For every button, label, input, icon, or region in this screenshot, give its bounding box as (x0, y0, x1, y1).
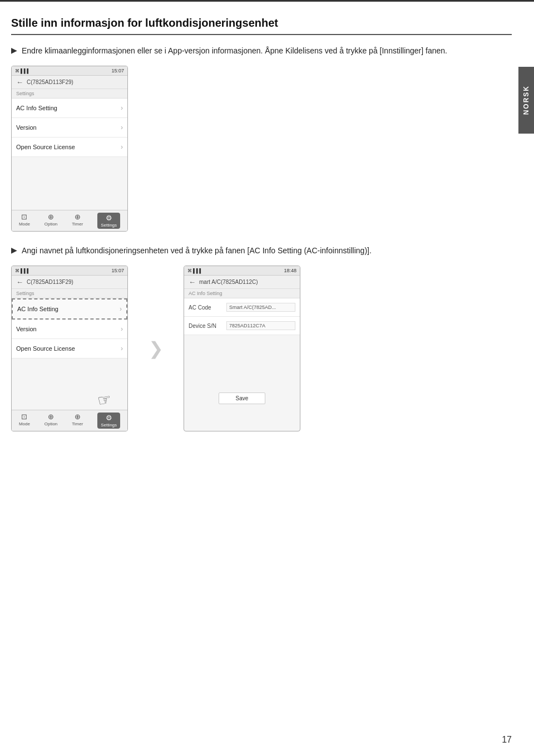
toolbar-settings-2[interactable]: ⚙ Settings (97, 413, 120, 429)
nav-bar-2: ← C(7825AD113F29) (12, 276, 127, 289)
back-arrow-2: ← (16, 278, 23, 286)
field-value-device-sn: 7825AD112C7A (226, 321, 295, 330)
phone-body-3: AC Code Smart A/C(7825AD... Device S/N 7… (184, 298, 300, 410)
section-label-3: AC Info Setting (184, 289, 300, 298)
nav-bar-1: ← C(7825AD113F29) (12, 76, 127, 89)
bullet-row-1: ▶ Endre klimaanlegginformasjonen eller s… (11, 45, 512, 57)
wifi-icon-2: ⌘ (15, 268, 19, 273)
settings-label-2: Settings (101, 423, 117, 428)
toolbar-mode-2[interactable]: ⊡ Mode (19, 413, 30, 429)
time-1: 15:07 (111, 68, 124, 73)
chevron-version-2: › (121, 325, 123, 333)
settings-label: Settings (101, 223, 117, 228)
status-icons-3: ⌘ ▌▌▌ (187, 268, 202, 273)
menu-label-license: Open Source License (16, 144, 75, 150)
phone-left-wrapper: ⌘ ▌▌▌ 15:07 ← C(7825AD113F29) Settings A… (11, 266, 128, 431)
bullet-arrow-1: ▶ (11, 46, 17, 55)
status-icons-2: ⌘ ▌▌▌ (15, 268, 30, 273)
chevron-version: › (121, 124, 123, 131)
chevron-license-2: › (121, 345, 123, 352)
chevron-ac-info-2: › (120, 305, 122, 313)
status-bar-3: ⌘ ▌▌▌ 18:48 (184, 266, 300, 276)
device-id-1: C(7825AD113F29) (27, 79, 73, 85)
option-icon-2: ⊕ (48, 413, 54, 421)
toolbar-settings[interactable]: ⚙ Settings (97, 213, 120, 229)
wifi-icon-3: ⌘ (187, 268, 192, 273)
device-id-3: mart A/C(7825AD112C) (199, 279, 258, 285)
menu-label-ac-info: AC Info Setting (16, 105, 57, 111)
menu-label-version: Version (16, 124, 37, 131)
signal-icon-2: ▌▌▌ (21, 268, 30, 273)
save-button[interactable]: Save (219, 392, 266, 404)
wifi-icon: ⌘ (15, 68, 19, 73)
toolbar-1: ⊡ Mode ⊕ Option ⊕ Timer ⚙ Settings (12, 210, 127, 231)
nav-bar-3: ← mart A/C(7825AD112C) (184, 276, 300, 289)
back-arrow-3: ← (189, 278, 196, 286)
phone-screen-1-container: ⌘ ▌▌▌ 15:07 ← C(7825AD113F29) Settings A… (11, 66, 512, 232)
mode-icon: ⊡ (21, 213, 27, 221)
option-label: Option (44, 222, 58, 227)
arrow-symbol: ❯ (149, 338, 164, 359)
back-arrow-1: ← (16, 78, 23, 86)
field-label-ac-code: AC Code (189, 305, 222, 311)
chevron-ac-info: › (121, 104, 123, 112)
timer-icon-2: ⊕ (75, 413, 81, 421)
save-button-row: Save (184, 387, 300, 410)
bullet-text-2: Angi navnet på luftkondisjoneringsenhete… (22, 245, 372, 257)
phone-screen-3: ⌘ ▌▌▌ 18:48 ← mart A/C(7825AD112C) AC In… (184, 266, 300, 431)
status-bar-2: ⌘ ▌▌▌ 15:07 (12, 266, 127, 276)
section-label-1: Settings (12, 89, 127, 99)
menu-label-version-2: Version (16, 326, 37, 332)
menu-item-version-2[interactable]: Version › (12, 320, 127, 339)
menu-item-ac-info[interactable]: AC Info Setting › (12, 99, 127, 118)
status-bar-1: ⌘ ▌▌▌ 15:07 (12, 66, 127, 76)
settings-icon: ⚙ (106, 214, 112, 222)
mode-label: Mode (19, 222, 30, 227)
menu-item-version[interactable]: Version › (12, 118, 127, 138)
spacer-1 (12, 157, 127, 210)
phone-body-1: AC Info Setting › Version › Open Source … (12, 99, 127, 210)
field-label-device-sn: Device S/N (189, 323, 222, 329)
phone-screen-1: ⌘ ▌▌▌ 15:07 ← C(7825AD113F29) Settings A… (11, 66, 128, 232)
section-title: Stille inn informasjon for luftkondisjon… (11, 17, 512, 35)
time-3: 18:48 (284, 268, 296, 273)
toolbar-2: ⊡ Mode ⊕ Option ⊕ Timer ⚙ Settings (12, 410, 127, 431)
bullet-row-2: ▶ Angi navnet på luftkondisjoneringsenhe… (11, 245, 512, 257)
field-row-ac-code: AC Code Smart A/C(7825AD... (184, 298, 300, 317)
menu-label-ac-info-2: AC Info Setting (17, 306, 58, 312)
signal-icon: ▌▌▌ (21, 68, 30, 73)
menu-item-license[interactable]: Open Source License › (12, 138, 127, 157)
toolbar-option-2[interactable]: ⊕ Option (44, 413, 58, 429)
option-icon: ⊕ (48, 213, 54, 221)
between-arrow: ❯ (145, 266, 167, 431)
menu-item-license-2[interactable]: Open Source License › (12, 339, 127, 359)
timer-label-2: Timer (72, 421, 83, 426)
bullet-arrow-2: ▶ (11, 246, 17, 254)
mode-icon-2: ⊡ (21, 413, 27, 421)
signal-icon-3: ▌▌▌ (193, 268, 202, 273)
section-label-2: Settings (12, 289, 127, 298)
page-number: 17 (502, 735, 512, 745)
chevron-license: › (121, 143, 123, 151)
toolbar-mode[interactable]: ⊡ Mode (19, 213, 30, 229)
main-content: Stille inn informasjon for luftkondisjon… (0, 0, 534, 467)
menu-label-license-2: Open Source License (16, 345, 75, 352)
toolbar-option[interactable]: ⊕ Option (44, 213, 58, 229)
bullet-text-1: Endre klimaanlegginformasjonen eller se … (22, 45, 447, 57)
field-value-ac-code: Smart A/C(7825AD... (226, 303, 295, 312)
settings-icon-2: ⚙ (106, 414, 112, 422)
spacer-3 (184, 335, 300, 376)
time-2: 15:07 (111, 268, 124, 273)
mode-label-2: Mode (19, 421, 30, 426)
toolbar-timer-2[interactable]: ⊕ Timer (72, 413, 83, 429)
timer-label: Timer (72, 222, 83, 227)
toolbar-timer[interactable]: ⊕ Timer (72, 213, 83, 229)
status-icons-1: ⌘ ▌▌▌ (15, 68, 30, 73)
phone-pair-container: ⌘ ▌▌▌ 15:07 ← C(7825AD113F29) Settings A… (11, 266, 512, 431)
timer-icon: ⊕ (75, 213, 81, 221)
menu-item-ac-info-2[interactable]: AC Info Setting › (12, 298, 127, 320)
field-row-device-sn: Device S/N 7825AD112C7A (184, 317, 300, 335)
option-label-2: Option (44, 421, 58, 426)
device-id-2: C(7825AD113F29) (27, 279, 73, 285)
